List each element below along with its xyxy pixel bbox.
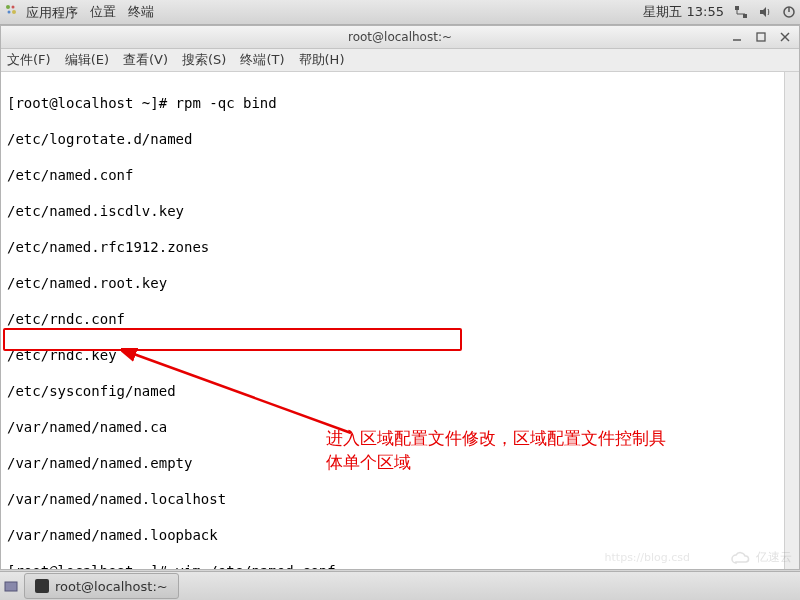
terminal-line: /etc/logrotate.d/named (7, 130, 793, 148)
svg-point-0 (6, 5, 10, 9)
svg-rect-5 (743, 14, 747, 18)
svg-point-2 (8, 10, 11, 13)
svg-point-1 (12, 5, 15, 8)
svg-rect-9 (757, 33, 765, 41)
terminal-line: /var/named/named.empty (7, 454, 793, 472)
terminal-line: /etc/rndc.key (7, 346, 793, 364)
terminal-line: /etc/named.iscdlv.key (7, 202, 793, 220)
applications-menu-label: 应用程序 (26, 5, 78, 20)
menu-view[interactable]: 查看(V) (123, 51, 168, 69)
terminal-icon (35, 579, 49, 593)
menu-file[interactable]: 文件(F) (7, 51, 51, 69)
terminal-line: /etc/sysconfig/named (7, 382, 793, 400)
terminal-line: [root@localhost ~]# rpm -qc bind (7, 94, 793, 112)
window-title: root@localhost:~ (348, 30, 452, 44)
svg-point-3 (12, 10, 16, 14)
terminal-line: [root@localhost ~]# vim /etc/named.conf (7, 562, 793, 569)
terminal-window: root@localhost:~ 文件(F) 编辑(E) 查看(V) 搜索(S)… (0, 25, 800, 570)
terminal-scrollbar[interactable] (784, 72, 799, 569)
terminal-content: [root@localhost ~]# rpm -qc bind /etc/lo… (1, 72, 799, 569)
terminal-line: /etc/named.rfc1912.zones (7, 238, 793, 256)
maximize-button[interactable] (753, 29, 769, 45)
network-icon[interactable] (734, 5, 748, 19)
minimize-button[interactable] (729, 29, 745, 45)
system-terminal-menu[interactable]: 终端 (128, 3, 154, 21)
terminal-line: /var/named/named.localhost (7, 490, 793, 508)
svg-rect-4 (735, 6, 739, 10)
show-desktop-icon[interactable] (4, 579, 18, 593)
menu-terminal[interactable]: 终端(T) (240, 51, 284, 69)
svg-rect-13 (5, 582, 17, 591)
window-titlebar[interactable]: root@localhost:~ (1, 26, 799, 49)
menu-search[interactable]: 搜索(S) (182, 51, 226, 69)
clock-label[interactable]: 星期五 13:55 (643, 3, 724, 21)
terminal-line: /var/named/named.ca (7, 418, 793, 436)
menu-help[interactable]: 帮助(H) (299, 51, 345, 69)
terminal-line: /etc/named.root.key (7, 274, 793, 292)
terminal-viewport[interactable]: [root@localhost ~]# rpm -qc bind /etc/lo… (1, 72, 799, 569)
gnome-foot-icon (4, 3, 18, 17)
terminal-line: /etc/named.conf (7, 166, 793, 184)
terminal-line: /var/named/named.loopback (7, 526, 793, 544)
gnome-top-panel: 应用程序 位置 终端 星期五 13:55 (0, 0, 800, 25)
places-menu[interactable]: 位置 (90, 3, 116, 21)
power-icon[interactable] (782, 5, 796, 19)
applications-menu[interactable]: 应用程序 (4, 3, 78, 22)
terminal-line: /etc/rndc.conf (7, 310, 793, 328)
taskbar-item-terminal[interactable]: root@localhost:~ (24, 573, 179, 599)
close-button[interactable] (777, 29, 793, 45)
window-menubar: 文件(F) 编辑(E) 查看(V) 搜索(S) 终端(T) 帮助(H) (1, 49, 799, 72)
menu-edit[interactable]: 编辑(E) (65, 51, 109, 69)
bottom-taskbar: root@localhost:~ (0, 571, 800, 600)
volume-icon[interactable] (758, 5, 772, 19)
taskbar-item-label: root@localhost:~ (55, 579, 168, 594)
